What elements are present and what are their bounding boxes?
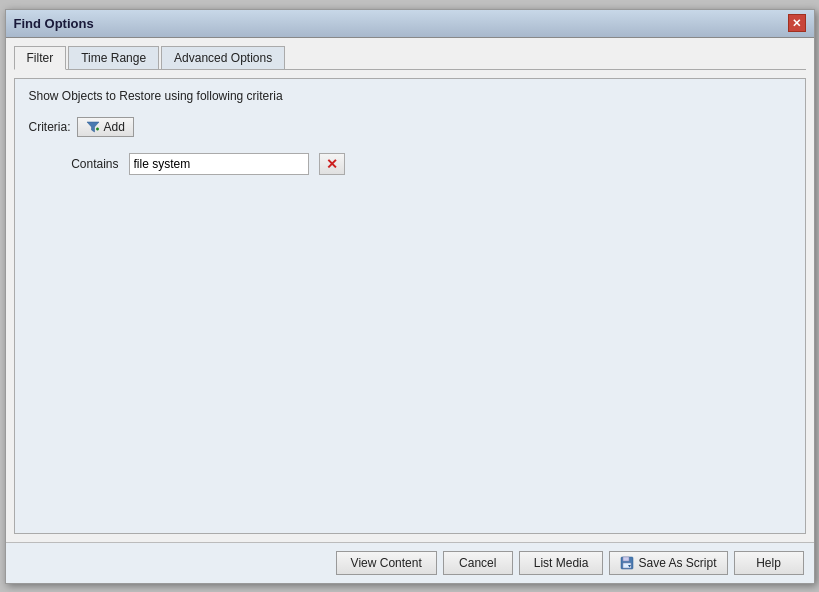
delete-icon: ✕ [326, 156, 338, 172]
contains-input[interactable] [129, 153, 309, 175]
tab-bar: Filter Time Range Advanced Options [14, 46, 806, 70]
help-button[interactable]: Help [734, 551, 804, 575]
view-content-button[interactable]: View Content [336, 551, 437, 575]
close-icon: ✕ [792, 17, 801, 30]
save-as-script-button[interactable]: Save As Script [609, 551, 727, 575]
filter-description: Show Objects to Restore using following … [29, 89, 791, 103]
contains-row: Contains ✕ [49, 153, 791, 175]
cancel-button[interactable]: Cancel [443, 551, 513, 575]
dialog-footer: View Content Cancel List Media Save As S… [6, 542, 814, 583]
tab-advanced-options[interactable]: Advanced Options [161, 46, 285, 69]
save-script-icon [620, 556, 634, 570]
svg-rect-4 [623, 557, 629, 561]
find-options-dialog: Find Options ✕ Filter Time Range Advance… [5, 9, 815, 584]
filter-criteria-area: Contains ✕ [49, 153, 791, 175]
dialog-body: Filter Time Range Advanced Options Show … [6, 38, 814, 542]
contains-label: Contains [49, 157, 119, 171]
filter-add-icon [86, 120, 100, 134]
title-bar: Find Options ✕ [6, 10, 814, 38]
delete-criteria-button[interactable]: ✕ [319, 153, 345, 175]
list-media-button[interactable]: List Media [519, 551, 604, 575]
dialog-title: Find Options [14, 16, 94, 31]
tab-time-range[interactable]: Time Range [68, 46, 159, 69]
close-button[interactable]: ✕ [788, 14, 806, 32]
criteria-row: Criteria: Add [29, 117, 791, 137]
criteria-label: Criteria: [29, 120, 71, 134]
tab-content-filter: Show Objects to Restore using following … [14, 78, 806, 534]
add-criteria-button[interactable]: Add [77, 117, 134, 137]
tab-filter[interactable]: Filter [14, 46, 67, 70]
